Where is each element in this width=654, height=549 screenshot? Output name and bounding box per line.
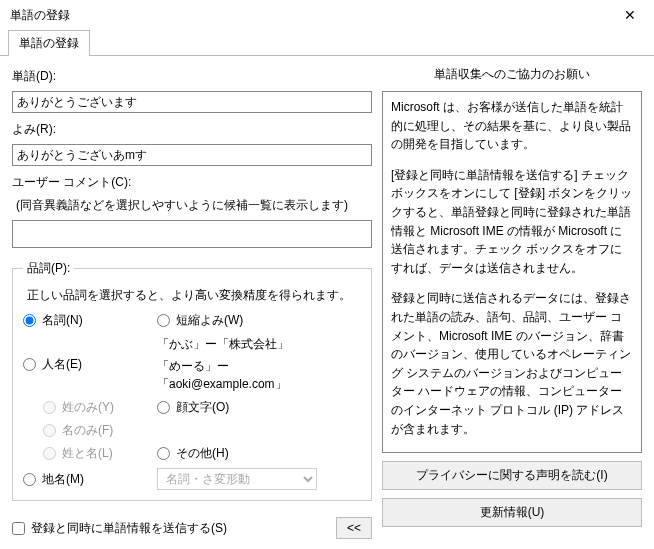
radio-noun-label: 名詞(N)	[42, 312, 83, 329]
example-2: 「めーる」ー「aoki@example.com」	[157, 357, 357, 393]
radio-other-label: その他(H)	[176, 445, 229, 462]
radio-person-label: 人名(E)	[42, 356, 82, 373]
word-label: 単語(D):	[12, 68, 372, 85]
pos-hint: 正しい品詞を選択すると、より高い変換精度を得られます。	[27, 287, 361, 304]
comment-label: ユーザー コメント(C):	[12, 174, 372, 191]
send-checkbox-label: 登録と同時に単語情報を送信する(S)	[31, 520, 227, 537]
pos-legend: 品詞(P):	[23, 260, 74, 277]
send-checkbox[interactable]	[12, 522, 25, 535]
radio-surname: 姓のみ(Y)	[43, 399, 153, 416]
info-p4: お客様特有の情報が収集されたデータに含まれることがあります。このような情報が存在…	[391, 450, 633, 453]
radio-face-label: 顔文字(O)	[176, 399, 229, 416]
tab-register-word[interactable]: 単語の登録	[8, 30, 90, 56]
radio-short-label: 短縮よみ(W)	[176, 312, 243, 329]
radio-face[interactable]: 顔文字(O)	[157, 399, 357, 416]
radio-person[interactable]: 人名(E)	[23, 356, 153, 373]
info-p2: [登録と同時に単語情報を送信する] チェック ボックスをオンにして [登録] ボ…	[391, 166, 633, 278]
comment-input[interactable]	[12, 220, 372, 248]
radio-short[interactable]: 短縮よみ(W)	[157, 312, 357, 329]
update-info-button[interactable]: 更新情報(U)	[382, 498, 642, 527]
radio-place-label: 地名(M)	[42, 471, 84, 488]
window-title: 単語の登録	[10, 7, 70, 24]
collapse-button[interactable]: <<	[336, 517, 372, 539]
radio-fullname-label: 姓と名(L)	[62, 445, 113, 462]
example-1: 「かぶ」ー「株式会社」	[157, 335, 357, 353]
privacy-button[interactable]: プライバシーに関する声明を読む(I)	[382, 461, 642, 490]
radio-surname-label: 姓のみ(Y)	[62, 399, 114, 416]
info-text-box: Microsoft は、お客様が送信した単語を統計的に処理し、その結果を基に、よ…	[382, 91, 642, 453]
pos-other-select[interactable]: 名詞・さ変形動	[157, 468, 317, 490]
radio-firstname: 名のみ(F)	[43, 422, 153, 439]
radio-fullname: 姓と名(L)	[43, 445, 153, 462]
word-input[interactable]	[12, 91, 372, 113]
radio-place[interactable]: 地名(M)	[23, 471, 153, 488]
info-p3: 登録と同時に送信されるデータには、登録された単語の読み、語句、品詞、ユーザー コ…	[391, 289, 633, 438]
radio-firstname-label: 名のみ(F)	[62, 422, 113, 439]
reading-label: よみ(R):	[12, 121, 372, 138]
radio-other[interactable]: その他(H)	[157, 445, 357, 462]
radio-noun[interactable]: 名詞(N)	[23, 312, 153, 329]
close-icon[interactable]: ✕	[614, 3, 646, 27]
reading-input[interactable]	[12, 144, 372, 166]
comment-hint: (同音異義語などを選択しやすいように候補一覧に表示します)	[16, 197, 372, 214]
info-p1: Microsoft は、お客様が送信した単語を統計的に処理し、その結果を基に、よ…	[391, 98, 633, 154]
info-heading: 単語収集へのご協力のお願い	[382, 66, 642, 83]
